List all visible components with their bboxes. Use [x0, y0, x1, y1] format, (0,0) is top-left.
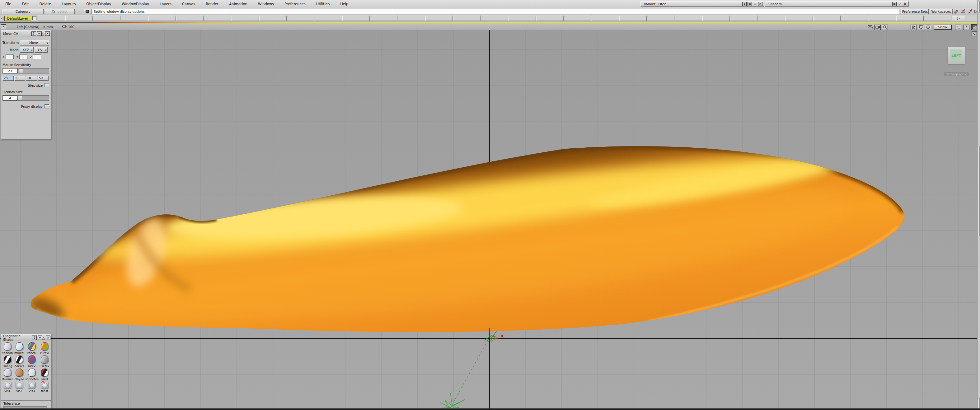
- close-icon[interactable]: ×: [45, 32, 50, 36]
- strip-handle[interactable]: [978, 1, 980, 13]
- layer-cell-empty[interactable]: [924, 16, 951, 21]
- default-layer-tab[interactable]: DefaultLayer: [4, 16, 31, 21]
- shader-mulcol[interactable]: mulcol: [13, 342, 25, 355]
- menu-edit[interactable]: Edit: [16, 2, 34, 6]
- shader-sophotes[interactable]: sophotes: [25, 368, 38, 381]
- menu-layouts[interactable]: Layouts: [56, 2, 81, 6]
- layer-cell-empty[interactable]: [259, 16, 286, 21]
- layer-cell-empty[interactable]: [869, 16, 896, 21]
- shader-vis2[interactable]: vis2: [13, 381, 25, 393]
- shader-shdnon[interactable]: shdnon: [2, 342, 13, 355]
- shader-curevl[interactable]: curevl: [38, 342, 51, 355]
- workspaces-button[interactable]: Workspaces: [929, 9, 953, 14]
- layer-cell-empty[interactable]: [730, 16, 757, 21]
- menu-animation[interactable]: Animation: [224, 2, 253, 6]
- variant-lister-titlebar[interactable]: Variant Lister ↕ ≡ ▽ ×: [641, 1, 764, 6]
- slider-thumb[interactable]: [19, 69, 23, 73]
- diagnostic-shade-panel[interactable]: Diagnostic Shade ↕ ≡ △ × shdnonmulcolran…: [1, 334, 51, 410]
- viewport-resize-corner-icon[interactable]: ↘: [972, 32, 977, 36]
- shader-isoang[interactable]: isoang: [2, 355, 13, 368]
- layer-cell-empty[interactable]: [453, 16, 480, 21]
- mouse-sensitivity-value[interactable]: 23: [3, 68, 18, 73]
- shader-vis1[interactable]: vis1: [2, 381, 13, 393]
- layer-cell-empty[interactable]: [702, 16, 730, 21]
- lens-icon[interactable]: [918, 25, 924, 30]
- menu-render[interactable]: Render: [200, 2, 224, 6]
- shaders-titlebar[interactable]: Shaders ≡ ▽ ×: [765, 1, 909, 6]
- layer-cell-empty[interactable]: [675, 16, 702, 21]
- shader-ltunnel[interactable]: ltunnel: [2, 368, 13, 381]
- collapse-icon[interactable]: △: [42, 336, 45, 340]
- snap-to-curve-icon[interactable]: [967, 8, 973, 14]
- layer-cell-empty[interactable]: [121, 16, 148, 21]
- view-cube[interactable]: LEFT: [948, 47, 965, 64]
- preference-sets-button[interactable]: Preference Sets: [901, 9, 929, 14]
- collapse-icon[interactable]: ▽: [897, 2, 902, 6]
- sensitivity-preset-50[interactable]: 50: [38, 76, 49, 81]
- menu-help[interactable]: Help: [335, 2, 353, 6]
- menu-utilities[interactable]: Utilities: [311, 2, 335, 6]
- snap-to-point-icon[interactable]: [953, 8, 959, 14]
- ruler-icon[interactable]: [955, 25, 961, 30]
- menu-windowdisplay[interactable]: WindowDisplay: [116, 2, 154, 6]
- layer-cell-empty[interactable]: [204, 16, 231, 21]
- layer-cell-empty[interactable]: [38, 16, 65, 21]
- menu-icon[interactable]: ≡: [748, 2, 752, 6]
- mode-cv-dropdown[interactable]: CV ▼: [35, 47, 48, 53]
- transform-dropdown[interactable]: Move ▼: [20, 40, 49, 45]
- diagnostic-shade-titlebar[interactable]: Diagnostic Shade ↕ ≡ △ ×: [1, 335, 51, 341]
- layer-cell-empty[interactable]: [509, 16, 536, 21]
- layer-prev-arrow[interactable]: ◁: [1, 16, 3, 20]
- layer-cell-empty[interactable]: [232, 16, 259, 21]
- shader-clayao[interactable]: clayao: [13, 368, 25, 381]
- layer-cell-empty[interactable]: [786, 16, 813, 21]
- sensitivity-preset-10[interactable]: 10: [26, 76, 37, 81]
- layer-cell-empty[interactable]: [758, 16, 785, 21]
- menu-icon[interactable]: ≡: [37, 32, 42, 36]
- zoom-magnifier-icon[interactable]: [882, 25, 888, 30]
- shader-vis3[interactable]: vis3: [25, 381, 38, 393]
- move-cv-panel[interactable]: Move CV ↕ ≡ △ × Transform Move ▼ Mode XY…: [1, 30, 51, 139]
- strip-handle[interactable]: [978, 398, 980, 409]
- menu-canvas[interactable]: Canvas: [177, 2, 200, 6]
- menu-preferences[interactable]: Preferences: [279, 2, 311, 6]
- shader-rancol[interactable]: rancol: [25, 342, 38, 355]
- layer-cell-empty[interactable]: [481, 16, 508, 21]
- resize-icon[interactable]: ↕: [742, 2, 746, 6]
- construction-history-widget[interactable]: [440, 340, 488, 410]
- viewport-close-icon[interactable]: ×: [1, 24, 6, 29]
- menu-layers[interactable]: Layers: [154, 2, 177, 6]
- menu-file[interactable]: File: [0, 2, 16, 6]
- menu-objectdisplay[interactable]: ObjectDisplay: [81, 2, 116, 6]
- close-icon[interactable]: ×: [46, 335, 51, 340]
- menu-delete[interactable]: Delete: [34, 2, 57, 6]
- x-input[interactable]: [6, 54, 14, 59]
- close-icon[interactable]: ×: [758, 2, 762, 6]
- collapse-icon[interactable]: ▽: [753, 2, 757, 6]
- shader-surevl[interactable]: surevl: [25, 355, 38, 368]
- left-orthographic-viewport[interactable]: × Left [Camera] ↔ mm 100: [0, 23, 980, 410]
- layer-cell-empty[interactable]: [370, 16, 398, 21]
- pickbox-size-value[interactable]: 4: [3, 95, 18, 101]
- layer-bar-expand-arrow[interactable]: ▷: [952, 16, 965, 21]
- show-button[interactable]: Show: [934, 25, 952, 30]
- menu-windows[interactable]: Windows: [253, 2, 279, 6]
- close-icon[interactable]: ×: [903, 2, 907, 6]
- pick-object-button[interactable]: object: [45, 9, 75, 14]
- slider-thumb[interactable]: [18, 96, 22, 101]
- resize-icon[interactable]: ↕: [32, 32, 36, 36]
- menu-icon[interactable]: ≡: [38, 335, 42, 340]
- layer-cell-empty[interactable]: [287, 16, 314, 21]
- strip-handle[interactable]: [978, 146, 980, 236]
- mouse-sensitivity-slider[interactable]: [18, 68, 49, 73]
- layer-cell-empty[interactable]: [896, 16, 924, 21]
- menu-icon[interactable]: ≡: [892, 2, 897, 6]
- shader-usetex[interactable]: usetex: [38, 355, 51, 368]
- layer-cell-empty[interactable]: [841, 16, 868, 21]
- layer-cell-empty[interactable]: [813, 16, 841, 21]
- layer-cell-empty[interactable]: [398, 16, 425, 21]
- shader-horver[interactable]: horver: [13, 355, 25, 368]
- layer-cell-empty[interactable]: [148, 16, 176, 21]
- sensitivity-preset-5[interactable]: 5: [14, 76, 25, 81]
- layer-cell-empty[interactable]: [342, 16, 370, 21]
